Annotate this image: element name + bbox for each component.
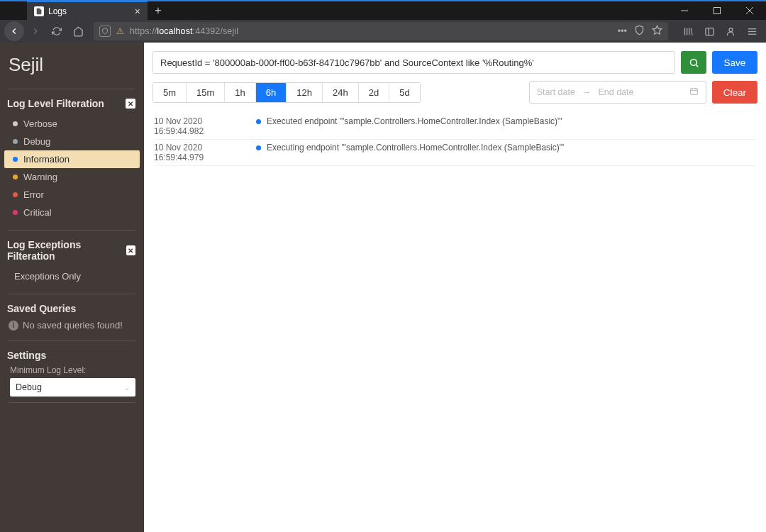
level-dot-icon xyxy=(13,157,18,162)
log-message: Executed endpoint '"sample.Controllers.H… xyxy=(267,116,562,126)
sidebar-toggle-icon[interactable] xyxy=(699,21,719,41)
level-label: Debug xyxy=(23,136,50,147)
hamburger-menu-icon[interactable] xyxy=(742,21,762,41)
reload-button[interactable] xyxy=(47,21,67,41)
search-button[interactable] xyxy=(681,51,706,74)
log-level-list: VerboseDebugInformationWarningErrorCriti… xyxy=(0,111,144,224)
filters-row: 5m15m1h6h12h24h2d5d Start date → End dat… xyxy=(152,81,757,104)
svg-rect-1 xyxy=(714,8,721,14)
log-table: 10 Nov 2020 16:59:44.982 Executed endpoi… xyxy=(152,113,757,166)
maximize-button[interactable] xyxy=(701,1,733,20)
chevron-down-icon: ⌄ xyxy=(124,384,130,392)
meatball-icon[interactable]: ••• xyxy=(618,26,627,36)
time-range-button[interactable]: 24h xyxy=(323,83,359,102)
level-dot-icon xyxy=(13,174,18,179)
browser-toolbar: ⚠ https://localhost:44392/sejil ••• xyxy=(0,20,766,43)
exceptions-only-label: Exceptions Only xyxy=(13,271,81,282)
forward-button[interactable] xyxy=(26,21,45,41)
query-input[interactable]: RequestId = '800000ab-000f-ff00-b63f-847… xyxy=(152,51,675,74)
svg-point-15 xyxy=(690,59,696,65)
time-range-button[interactable]: 1h xyxy=(225,83,255,102)
titlebar: Logs × + xyxy=(0,0,766,20)
info-icon: i xyxy=(9,321,18,331)
level-label: Critical xyxy=(23,207,52,218)
log-row[interactable]: 10 Nov 2020 16:59:44.979 Executing endpo… xyxy=(154,140,756,166)
url-bar[interactable]: ⚠ https://localhost:44392/sejil ••• xyxy=(94,22,668,40)
log-level-item[interactable]: Information xyxy=(4,150,140,168)
calendar-icon xyxy=(689,87,699,98)
end-date-placeholder: End date xyxy=(598,87,633,97)
time-range-group: 5m15m1h6h12h24h2d5d xyxy=(152,82,421,103)
query-row: RequestId = '800000ab-000f-ff00-b63f-847… xyxy=(152,51,757,74)
log-message: Executing endpoint '"sample.Controllers.… xyxy=(267,143,564,153)
browser-tab[interactable]: Logs × xyxy=(27,1,148,20)
min-log-level-value: Debug xyxy=(16,382,42,392)
log-level-title: Log Level Filteration xyxy=(7,98,104,109)
exceptions-header: Log Exceptions Filteration ✕ xyxy=(0,236,144,263)
log-timestamp: 10 Nov 2020 16:59:44.982 xyxy=(154,116,246,136)
clear-level-filter-button[interactable]: ✕ xyxy=(126,99,135,109)
time-range-button[interactable]: 6h xyxy=(256,83,287,102)
save-button[interactable]: Save xyxy=(712,51,757,74)
log-level-item[interactable]: Verbose xyxy=(4,115,140,133)
settings-header: Settings xyxy=(0,347,144,362)
home-button[interactable] xyxy=(68,21,88,41)
log-level-item[interactable]: Debug xyxy=(4,133,140,150)
tracking-icon[interactable] xyxy=(634,25,645,38)
sidebar: Sejil Log Level Filteration ✕ VerboseDeb… xyxy=(0,43,144,532)
level-label: Error xyxy=(23,189,44,200)
lock-warning-icon: ⚠ xyxy=(116,26,124,36)
account-icon[interactable] xyxy=(721,21,740,41)
bookmark-star-icon[interactable] xyxy=(652,25,662,38)
level-label: Information xyxy=(23,154,70,165)
log-level-item[interactable]: Warning xyxy=(4,168,140,186)
tab-strip: Logs × + xyxy=(0,1,169,20)
clear-button[interactable]: Clear xyxy=(712,81,757,104)
app-root: Sejil Log Level Filteration ✕ VerboseDeb… xyxy=(0,43,766,532)
time-range-button[interactable]: 2d xyxy=(359,83,389,102)
clear-exceptions-filter-button[interactable]: ✕ xyxy=(126,245,135,255)
start-date-placeholder: Start date xyxy=(537,87,575,97)
svg-rect-17 xyxy=(690,89,697,95)
tab-close-icon[interactable]: × xyxy=(135,6,140,17)
min-log-level-label: Minimum Log Level: xyxy=(0,362,144,378)
min-log-level-select[interactable]: Debug ⌄ xyxy=(10,378,135,397)
library-icon[interactable] xyxy=(678,21,698,41)
level-dot-icon xyxy=(13,139,18,144)
level-label: Warning xyxy=(23,172,57,182)
svg-point-11 xyxy=(729,28,733,31)
back-button[interactable] xyxy=(4,21,24,41)
exceptions-only-item[interactable]: Exceptions Only xyxy=(4,267,140,285)
log-level-item[interactable]: Critical xyxy=(4,204,140,221)
shield-icon xyxy=(99,26,111,37)
log-level-header: Log Level Filteration ✕ xyxy=(0,95,144,111)
log-level-dot-icon xyxy=(256,145,261,150)
level-dot-icon xyxy=(13,210,18,215)
url-text: https://localhost:44392/sejil xyxy=(130,26,238,36)
date-range-picker[interactable]: Start date → End date xyxy=(529,81,706,104)
saved-queries-title: Saved Queries xyxy=(7,303,76,314)
log-level-item[interactable]: Error xyxy=(4,186,140,204)
svg-marker-4 xyxy=(653,26,662,34)
saved-queries-header: Saved Queries xyxy=(0,300,144,316)
new-tab-button[interactable]: + xyxy=(148,1,169,20)
time-range-button[interactable]: 5d xyxy=(389,83,419,102)
brand-title: Sejil xyxy=(0,50,144,83)
level-dot-icon xyxy=(13,192,18,197)
log-level-dot-icon xyxy=(256,119,261,124)
arrow-right-icon: → xyxy=(582,87,592,97)
search-icon xyxy=(689,57,699,68)
close-window-button[interactable] xyxy=(733,1,766,20)
window-controls xyxy=(668,1,766,20)
log-row[interactable]: 10 Nov 2020 16:59:44.982 Executed endpoi… xyxy=(154,113,756,140)
minimize-button[interactable] xyxy=(668,1,701,20)
tab-title: Logs xyxy=(48,6,67,16)
level-label: Verbose xyxy=(23,118,57,129)
time-range-button[interactable]: 12h xyxy=(287,83,323,102)
content: RequestId = '800000ab-000f-ff00-b63f-847… xyxy=(144,43,766,532)
svg-line-8 xyxy=(691,28,692,35)
svg-rect-9 xyxy=(705,28,713,35)
time-range-button[interactable]: 5m xyxy=(153,83,187,102)
time-range-button[interactable]: 15m xyxy=(187,83,225,102)
settings-title: Settings xyxy=(7,350,46,361)
